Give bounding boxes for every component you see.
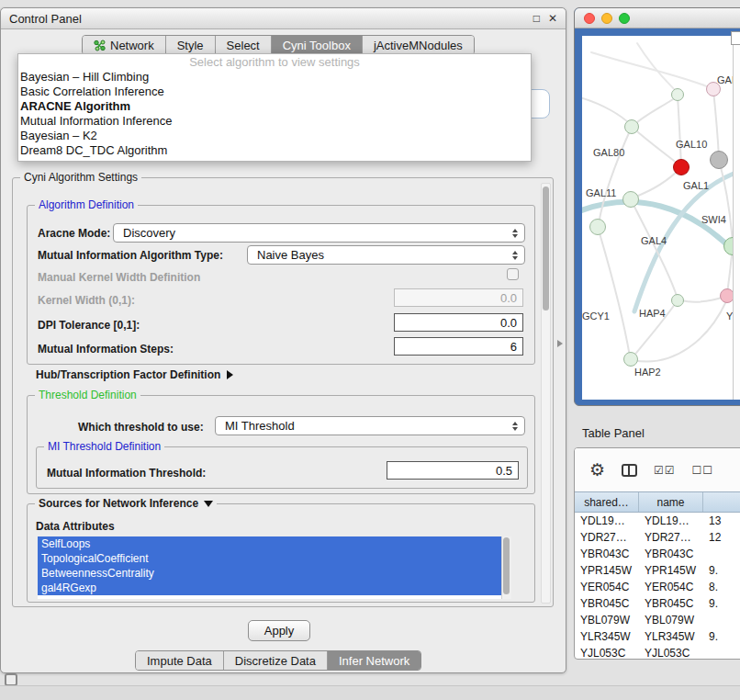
- tab-impute-data[interactable]: Impute Data: [136, 651, 223, 670]
- network-node[interactable]: [622, 191, 639, 208]
- network-scroll-corner[interactable]: [731, 31, 740, 45]
- table-row[interactable]: YDL19…YDL19…13: [575, 513, 740, 529]
- attribute-item-selfloops[interactable]: SelfLoops: [38, 536, 501, 551]
- combo-arrows-icon: [512, 224, 518, 242]
- tab-select[interactable]: Select: [215, 36, 271, 54]
- settings-scrollbar-thumb[interactable]: [543, 186, 549, 310]
- network-edge[interactable]: [635, 96, 678, 124]
- table-row[interactable]: YBL079WYBL079W: [575, 612, 740, 628]
- network-edge[interactable]: [678, 96, 681, 165]
- tab-jactivemnodules[interactable]: jActiveMNodules: [362, 36, 474, 54]
- tab-infer-network[interactable]: Infer Network: [327, 651, 420, 670]
- hub-definition-label: Hub/Transcription Factor Definition: [36, 368, 220, 381]
- panel-splitter-arrow-icon[interactable]: [557, 340, 563, 347]
- gear-icon[interactable]: ⚙: [589, 461, 605, 479]
- minimized-panel-icon[interactable]: [5, 673, 17, 686]
- mi-steps-input[interactable]: 6: [394, 337, 523, 356]
- which-threshold-value: MI Threshold: [225, 419, 295, 433]
- algorithm-option-dream8-dc-tdc-algorithm[interactable]: Dream8 DC_TDC Algorithm: [18, 143, 531, 158]
- network-scrollbar-track[interactable]: [733, 36, 740, 400]
- table-panel-window: ⚙ ☑☑ ☐☐ shared…name YDL19…YDL19…13YDR27……: [574, 447, 740, 660]
- float-window-icon[interactable]: □: [533, 12, 540, 25]
- algorithm-dropdown: Select algorithm to view settings Bayesi…: [17, 53, 532, 162]
- close-icon[interactable]: ✕: [548, 12, 557, 25]
- table-row[interactable]: YER054CYER054C8.: [575, 579, 740, 595]
- network-node[interactable]: [624, 119, 639, 134]
- manual-kernel-width-checkbox[interactable]: [507, 268, 519, 280]
- tab-style[interactable]: Style: [165, 36, 215, 54]
- zoom-traffic-light-icon[interactable]: [619, 13, 630, 24]
- table-row[interactable]: YBR043CYBR043C: [575, 546, 740, 562]
- network-node[interactable]: [720, 288, 733, 303]
- network-node[interactable]: [623, 352, 638, 367]
- close-traffic-light-icon[interactable]: [584, 13, 595, 24]
- algorithm-option-mutual-information-inference[interactable]: Mutual Information Inference: [18, 114, 531, 129]
- table-row[interactable]: YLR345WYLR345W9.: [575, 628, 740, 645]
- node-label-gal4: GAL4: [641, 235, 667, 246]
- hub-definition-section[interactable]: Hub/Transcription Factor Definition: [36, 368, 233, 381]
- network-edge[interactable]: [632, 127, 679, 165]
- network-node[interactable]: [673, 159, 690, 175]
- attribute-item-topologicalcoefficient[interactable]: TopologicalCoefficient: [38, 551, 501, 566]
- network-node[interactable]: [589, 219, 606, 235]
- deselect-all-columns-icon[interactable]: ☐☐: [692, 464, 714, 477]
- algorithm-option-bayesian-hill-climbing[interactable]: Bayesian – Hill Climbing: [18, 70, 531, 85]
- tab-network[interactable]: Network: [83, 36, 165, 54]
- data-attributes-list: SelfLoopsTopologicalCoefficientBetweenne…: [38, 536, 511, 599]
- which-threshold-select[interactable]: MI Threshold: [215, 416, 525, 435]
- expand-arrow-icon[interactable]: [227, 370, 233, 379]
- attributes-scrollbar[interactable]: [501, 536, 511, 599]
- network-edge[interactable]: [637, 43, 678, 93]
- mi-threshold-input[interactable]: 0.5: [387, 461, 519, 480]
- network-window-titlebar[interactable]: [575, 8, 740, 28]
- algorithm-option-aracne-algorithm[interactable]: ARACNE Algorithm: [18, 99, 531, 114]
- table-row[interactable]: YJL053CYJL053C: [575, 645, 740, 660]
- table-row[interactable]: YBR045CYBR045C9.: [575, 595, 740, 612]
- aracne-mode-select[interactable]: Discovery: [113, 223, 525, 243]
- table-cell: 9.: [703, 628, 740, 645]
- network-edge[interactable]: [598, 227, 630, 356]
- mi-algorithm-type-select[interactable]: Naive Bayes: [247, 245, 525, 265]
- attribute-item-betweennesscentrality[interactable]: BetweennessCentrality: [38, 566, 501, 581]
- which-threshold-label: Which threshold to use:: [78, 421, 204, 434]
- table-cell: 9.: [703, 595, 740, 612]
- network-node[interactable]: [671, 294, 684, 307]
- network-edge[interactable]: [582, 96, 630, 124]
- column-header-name[interactable]: name: [639, 492, 703, 512]
- apply-button[interactable]: Apply: [248, 620, 310, 641]
- network-edge[interactable]: [599, 127, 632, 224]
- tab-discretize-data[interactable]: Discretize Data: [223, 651, 327, 670]
- table-row[interactable]: YPR145WYPR145W9.: [575, 562, 740, 579]
- mi-threshold-definition-title: MI Threshold Definition: [44, 440, 164, 453]
- algorithm-option-bayesian-k2[interactable]: Bayesian – K2: [18, 129, 531, 143]
- select-all-columns-icon[interactable]: ☑☑: [654, 464, 676, 477]
- column-header-shared[interactable]: shared…: [575, 492, 639, 512]
- algorithm-option-basic-correlation-inference[interactable]: Basic Correlation Inference: [18, 85, 531, 99]
- table-cell: YER054C: [639, 579, 703, 595]
- network-edge[interactable]: [591, 52, 713, 89]
- columns-icon[interactable]: [622, 464, 637, 477]
- network-edge[interactable]: [713, 90, 719, 157]
- tab-style-label: Style: [177, 39, 204, 52]
- attributes-scrollbar-thumb[interactable]: [503, 537, 510, 594]
- table-cell: YPR145W: [575, 562, 639, 579]
- algorithm-dropdown-list: Bayesian – Hill ClimbingBasic Correlatio…: [18, 70, 531, 158]
- control-panel-tab-bar: NetworkStyleSelectCyni ToolboxjActiveMNo…: [82, 35, 475, 55]
- column-header-blank[interactable]: [703, 492, 740, 512]
- table-row[interactable]: YDR27…YDR27…12: [575, 529, 740, 546]
- network-node[interactable]: [710, 151, 728, 169]
- network-canvas[interactable]: GALGAL80GAL10GAL11GAL1SWI4GAL4GCY1HAP4YH…: [582, 36, 733, 400]
- settings-scrollbar[interactable]: [541, 183, 551, 604]
- control-panel-titlebar[interactable]: Control Panel □ ✕: [1, 8, 566, 29]
- table-cell: 9.: [703, 562, 740, 579]
- network-edge[interactable]: [631, 199, 678, 299]
- sources-title-row[interactable]: Sources for Network Inference: [35, 497, 217, 510]
- network-node[interactable]: [671, 88, 684, 101]
- minimize-traffic-light-icon[interactable]: [601, 13, 612, 24]
- collapse-arrow-icon[interactable]: [204, 501, 213, 507]
- attribute-item-gal4rgexp[interactable]: gal4RGexp: [38, 581, 501, 595]
- dpi-tolerance-input[interactable]: 0.0: [394, 313, 523, 332]
- algorithm-dropdown-prompt: Select algorithm to view settings: [18, 54, 531, 70]
- table-cell: YPR145W: [639, 562, 703, 579]
- tab-cyni-toolbox[interactable]: Cyni Toolbox: [271, 36, 362, 54]
